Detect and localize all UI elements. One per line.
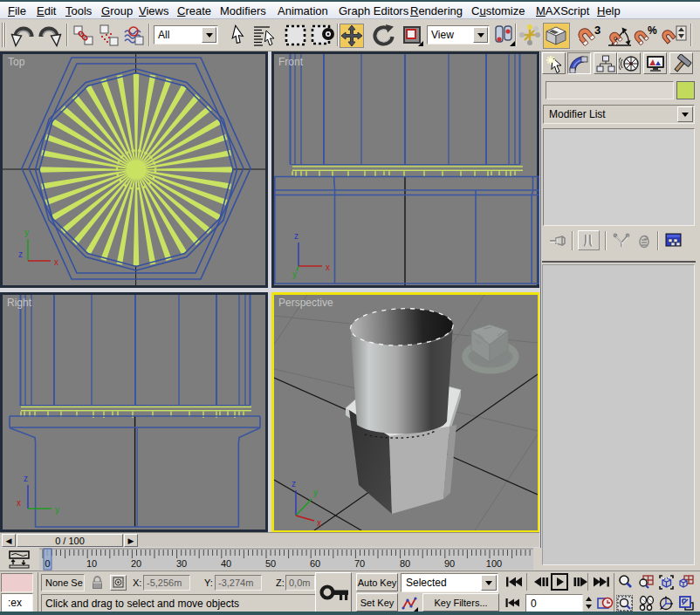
svg-text:%: %	[648, 24, 657, 37]
svg-text:0: 0	[45, 558, 50, 569]
svg-text:x: x	[317, 518, 321, 528]
svg-text:Right: Right	[7, 297, 32, 309]
svg-text:Top: Top	[8, 56, 25, 68]
svg-text:x: x	[326, 263, 330, 272]
svg-text:90: 90	[444, 558, 455, 569]
svg-text:30: 30	[176, 558, 187, 569]
svg-text:z: z	[294, 231, 299, 241]
svg-text:z: z	[292, 479, 296, 489]
svg-text:10: 10	[86, 558, 97, 569]
svg-text:40: 40	[221, 558, 231, 569]
svg-text:100: 100	[486, 558, 502, 569]
svg-text:x: x	[17, 498, 21, 508]
svg-text:70: 70	[354, 558, 365, 569]
svg-text:y: y	[313, 488, 318, 497]
svg-text:Front: Front	[278, 56, 304, 68]
svg-text:3: 3	[594, 24, 600, 37]
svg-text:Perspective: Perspective	[278, 297, 333, 309]
svg-text:z: z	[24, 474, 28, 483]
svg-text:60: 60	[310, 558, 320, 569]
svg-text:y: y	[24, 228, 29, 237]
svg-text:z: z	[18, 249, 23, 259]
svg-text:20: 20	[131, 558, 141, 569]
svg-text:80: 80	[400, 558, 410, 569]
svg-text:y: y	[55, 505, 59, 515]
svg-text:50: 50	[265, 558, 276, 569]
svg-text:x: x	[54, 257, 58, 267]
svg-text:y: y	[292, 270, 297, 279]
